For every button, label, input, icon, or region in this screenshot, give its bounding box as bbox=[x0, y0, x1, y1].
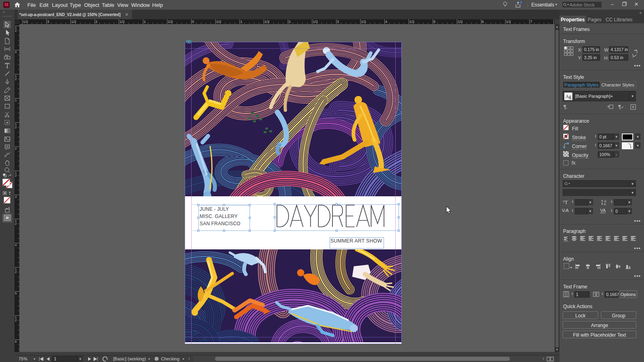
svg-text:A: A bbox=[604, 202, 606, 206]
svg-text:T: T bbox=[8, 191, 11, 196]
